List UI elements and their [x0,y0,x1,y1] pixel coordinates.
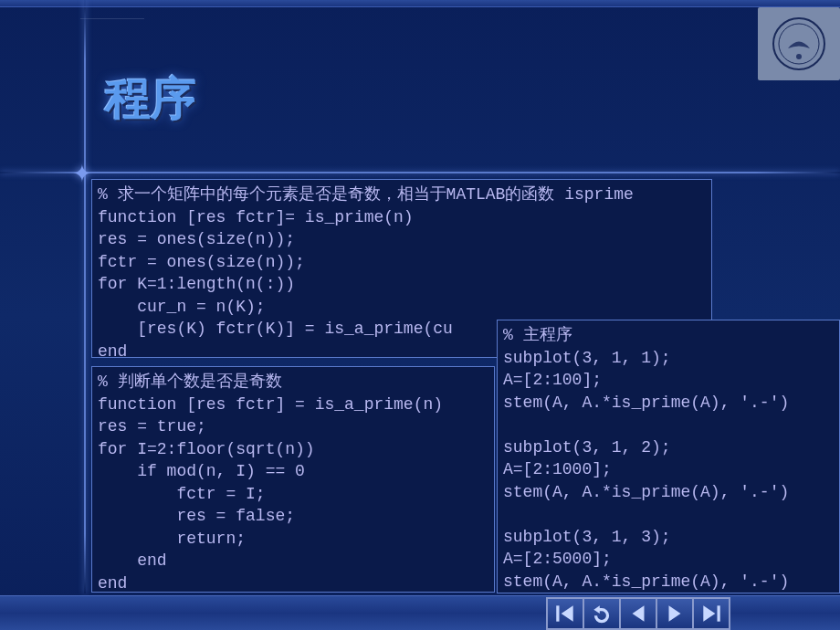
first-button[interactable] [546,597,584,630]
return-icon [590,602,614,625]
navigation-bar [0,595,840,630]
svg-rect-3 [556,605,559,621]
top-bar [0,0,840,7]
slide-title: 程序 [105,68,196,130]
horizontal-divider [0,172,840,173]
svg-marker-8 [703,605,715,621]
prev-button[interactable] [619,597,657,630]
svg-marker-4 [562,605,573,621]
skip-last-icon [699,602,723,625]
code-block-main: % 主程序 subplot(3, 1, 1); A=[2:100]; stem(… [497,320,840,593]
chevron-right-icon [663,602,687,625]
star-decoration: ✦ [72,160,92,188]
svg-marker-5 [593,605,600,614]
chevron-left-icon [626,602,650,625]
svg-marker-7 [669,605,681,621]
svg-rect-9 [718,605,720,621]
skip-first-icon [553,602,577,625]
svg-marker-6 [633,605,645,621]
header-small-text: —————————— [80,15,144,21]
seal-icon [772,16,826,71]
vertical-divider [84,0,86,593]
next-button[interactable] [656,597,694,630]
return-button[interactable] [583,597,621,630]
last-button[interactable] [692,597,730,630]
svg-point-2 [796,54,802,59]
code-block-is-a-prime: % 判断单个数是否是奇数 function [res fctr] = is_a_… [91,366,495,593]
university-seal-logo [758,7,840,80]
